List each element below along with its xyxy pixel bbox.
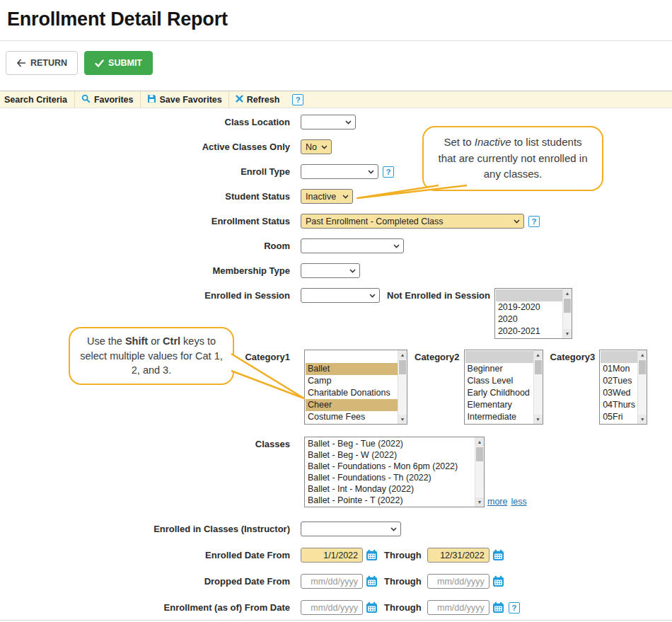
scroll-up-icon[interactable]: ▲ xyxy=(475,437,484,447)
listbox-option[interactable]: Cheer xyxy=(306,399,398,411)
listbox-option[interactable]: Ballet - Beg - Tue (2022) xyxy=(306,438,475,449)
refresh-link[interactable]: Refresh xyxy=(228,91,286,108)
return-label: RETURN xyxy=(30,58,67,68)
scroll-up-icon[interactable]: ▲ xyxy=(398,350,407,359)
listbox-option[interactable] xyxy=(496,289,562,301)
chevron-down-icon xyxy=(369,294,376,298)
scroll-up-icon[interactable]: ▲ xyxy=(638,350,647,359)
listbox-option[interactable]: Costume Fees xyxy=(306,411,398,423)
active-classes-only-select[interactable]: No xyxy=(301,139,332,154)
listbox-option[interactable]: 05Fri xyxy=(601,411,637,423)
submit-label: SUBMIT xyxy=(108,58,142,68)
listbox-option[interactable]: 02Tues xyxy=(601,375,637,387)
enrolled-date-from-input[interactable] xyxy=(301,548,363,563)
listbox-option[interactable]: Intermediate xyxy=(465,411,533,423)
listbox-option[interactable]: Ballet - Int - Monday (2022) xyxy=(306,483,475,495)
category1-listbox[interactable]: BalletCampCharitable DonationsCheerCostu… xyxy=(304,350,407,425)
less-link[interactable]: less xyxy=(511,497,526,507)
scroll-down-icon[interactable]: ▼ xyxy=(638,415,647,424)
listbox-option[interactable]: Class Level xyxy=(465,375,533,387)
scroll-up-icon[interactable]: ▲ xyxy=(563,289,572,298)
listbox-options: Ballet - Beg - Tue (2022)Ballet - Beg - … xyxy=(305,437,475,507)
help-icon[interactable]: ? xyxy=(509,602,520,614)
scrollbar[interactable]: ▲ ▼ xyxy=(562,289,572,338)
listbox-option[interactable]: Early Childhood xyxy=(465,387,533,399)
save-favorites-link[interactable]: Save Favorites xyxy=(140,91,228,108)
student-status-select[interactable]: Inactive xyxy=(301,189,353,204)
category2-listbox[interactable]: BeginnerClass LevelEarly ChildhoodElemen… xyxy=(464,350,543,425)
listbox-option[interactable]: 2020 xyxy=(496,313,562,326)
category3-listbox[interactable]: 01Mon02Tues03Wed04Thurs05Fri ▲ ▼ xyxy=(599,350,647,425)
enroll-type-select[interactable] xyxy=(301,164,378,179)
calendar-icon[interactable] xyxy=(366,601,378,614)
listbox-option[interactable]: Beginner xyxy=(465,363,533,375)
scrollbar-thumb[interactable] xyxy=(399,360,406,374)
more-link[interactable]: more xyxy=(487,497,507,507)
listbox-option[interactable] xyxy=(601,351,637,363)
scrollbar-thumb[interactable] xyxy=(639,360,646,374)
listbox-option[interactable]: Charitable Donations xyxy=(306,387,398,399)
listbox-option[interactable]: 2019-2020 xyxy=(496,301,562,313)
listbox-option[interactable]: Ballet - Foundations - Mon 6pm (2022) xyxy=(306,461,475,472)
listbox-option[interactable]: 01Mon xyxy=(601,363,637,375)
listbox-option[interactable]: 04Thurs xyxy=(601,399,637,411)
class-location-select[interactable] xyxy=(301,115,356,129)
help-icon[interactable]: ? xyxy=(528,216,540,227)
enrollment-status-select[interactable]: Past Enrollment - Completed Class xyxy=(301,214,524,229)
scrollbar-track[interactable] xyxy=(534,359,543,415)
refresh-text: Refresh xyxy=(247,95,280,105)
listbox-option[interactable]: Camp xyxy=(306,375,398,387)
scrollbar-track[interactable] xyxy=(475,447,484,497)
membership-type-select[interactable] xyxy=(301,263,360,278)
dropped-date-label: Dropped Date From xyxy=(0,574,301,589)
calendar-icon[interactable] xyxy=(492,549,504,561)
enrollment-asof-from-input[interactable] xyxy=(301,600,363,615)
calendar-icon[interactable] xyxy=(366,575,378,587)
instructor-select[interactable] xyxy=(301,522,401,536)
scrollbar[interactable]: ▲ ▼ xyxy=(398,350,407,424)
scrollbar-thumb[interactable] xyxy=(476,447,483,461)
scrollbar[interactable]: ▲ ▼ xyxy=(533,350,543,424)
scroll-down-icon[interactable]: ▼ xyxy=(475,497,484,507)
enrolled-date-through-input[interactable] xyxy=(427,548,489,563)
scrollbar-track[interactable] xyxy=(563,298,572,329)
scrollbar-thumb[interactable] xyxy=(564,299,571,313)
scroll-down-icon[interactable]: ▼ xyxy=(563,329,572,338)
listbox-option[interactable]: Elementary xyxy=(465,399,533,411)
return-button[interactable]: RETURN xyxy=(6,51,78,75)
listbox-option[interactable]: Ballet - Pointe - T (2022) xyxy=(306,495,475,506)
room-select[interactable] xyxy=(301,238,404,253)
scrollbar[interactable]: ▲ ▼ xyxy=(637,350,647,424)
classes-row: Classes Ballet - Beg - Tue (2022)Ballet … xyxy=(0,437,672,507)
scroll-down-icon[interactable]: ▼ xyxy=(398,415,407,424)
listbox-option[interactable]: Ballet xyxy=(306,363,398,375)
listbox-option[interactable] xyxy=(465,351,533,363)
calendar-icon[interactable] xyxy=(492,601,504,614)
dropped-date-through-input[interactable] xyxy=(427,574,489,589)
classes-listbox[interactable]: Ballet - Beg - Tue (2022)Ballet - Beg - … xyxy=(304,437,485,507)
calendar-icon[interactable] xyxy=(492,575,504,587)
favorites-link[interactable]: Favorites xyxy=(74,91,140,108)
listbox-option[interactable]: Ballet - Beg - W (2022) xyxy=(306,449,475,461)
scroll-down-icon[interactable]: ▼ xyxy=(534,415,543,424)
enrollment-asof-through-input[interactable] xyxy=(427,600,489,615)
enrolled-in-session-select[interactable] xyxy=(301,288,380,303)
chevron-down-icon xyxy=(514,219,520,224)
scrollbar-track[interactable] xyxy=(638,359,647,415)
scrollbar-thumb[interactable] xyxy=(535,360,542,374)
scrollbar-track[interactable] xyxy=(398,359,407,415)
not-enrolled-in-session-listbox[interactable]: 2019-202020202020-2021 ▲ ▼ xyxy=(494,288,572,339)
help-icon[interactable]: ? xyxy=(292,94,303,105)
listbox-option[interactable]: Ballet - Foundations - Th (2022) xyxy=(306,472,475,483)
help-icon[interactable]: ? xyxy=(383,166,394,178)
submit-button[interactable]: SUBMIT xyxy=(84,51,153,75)
listbox-option[interactable] xyxy=(306,351,398,363)
scroll-up-icon[interactable]: ▲ xyxy=(534,350,543,359)
calendar-icon[interactable] xyxy=(366,549,378,561)
scrollbar[interactable]: ▲ ▼ xyxy=(475,437,484,507)
listbox-option[interactable]: 2020-2021 xyxy=(496,326,562,338)
bottom-divider xyxy=(0,620,672,621)
chevron-down-icon xyxy=(345,120,352,125)
dropped-date-from-input[interactable] xyxy=(301,574,363,589)
listbox-option[interactable]: 03Wed xyxy=(601,387,637,399)
